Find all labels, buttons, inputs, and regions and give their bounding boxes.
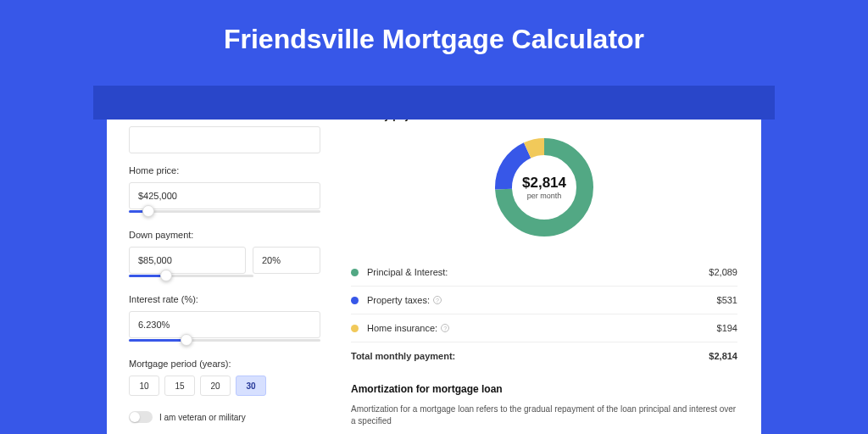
legend-row-total: Total monthly payment: $2,814 [351, 342, 737, 370]
legend-val-insurance: $194 [717, 323, 737, 333]
rate-slider-thumb[interactable] [181, 334, 192, 346]
rate-slider[interactable] [129, 337, 320, 347]
donut-sublabel: per month [527, 192, 562, 200]
period-label: Mortgage period (years): [129, 359, 320, 369]
period-field-group: Mortgage period (years): 10 15 20 30 [129, 359, 320, 396]
donut-amount: $2,814 [522, 175, 566, 192]
price-field-group: Home price: [129, 165, 320, 218]
legend-row-taxes: Property taxes: ? $531 [351, 286, 737, 314]
info-icon[interactable]: ? [441, 324, 449, 332]
rate-input[interactable] [129, 311, 320, 338]
donut-wrap: $2,814 per month [351, 135, 737, 240]
down-pct-input[interactable] [253, 247, 320, 274]
down-slider[interactable] [129, 272, 253, 282]
form-column: Property Zip Code: Home price: Down paym… [107, 86, 339, 434]
legend-row-insurance: Home insurance: ? $194 [351, 314, 737, 342]
amort-title: Amortization for mortgage loan [351, 383, 737, 395]
period-btn-20[interactable]: 20 [200, 376, 231, 396]
dot-insurance [351, 325, 359, 332]
down-field-group: Down payment: [129, 230, 320, 282]
legend-val-total: $2,814 [709, 351, 737, 361]
amort-text: Amortization for a mortgage loan refers … [351, 403, 737, 427]
legend-row-principal: Principal & Interest: $2,089 [351, 259, 737, 286]
legend-label-insurance: Home insurance: ? [367, 323, 717, 333]
legend-label-total: Total monthly payment: [351, 351, 709, 361]
page-title: Friendsville Mortgage Calculator [0, 0, 868, 75]
period-btn-15[interactable]: 15 [164, 376, 195, 396]
info-icon[interactable]: ? [433, 296, 442, 304]
breakdown-column: Monthly payment breakdown: $2,814 per mo… [339, 86, 761, 434]
period-buttons: 10 15 20 30 [129, 376, 320, 396]
price-slider[interactable] [129, 208, 320, 218]
dot-taxes [351, 297, 359, 304]
period-btn-30[interactable]: 30 [236, 376, 266, 396]
price-input[interactable] [129, 182, 320, 209]
legend-val-principal: $2,089 [709, 267, 737, 277]
veteran-label: I am veteran or military [159, 413, 246, 422]
rate-field-group: Interest rate (%): [129, 294, 320, 347]
donut-center: $2,814 per month [492, 135, 597, 240]
legend-label-principal: Principal & Interest: [367, 267, 709, 277]
dot-principal [351, 269, 359, 276]
price-label: Home price: [129, 165, 320, 175]
veteran-toggle[interactable] [129, 411, 153, 423]
down-slider-thumb[interactable] [160, 270, 172, 281]
zip-input[interactable] [129, 126, 320, 153]
period-btn-10[interactable]: 10 [129, 376, 159, 396]
rate-label: Interest rate (%): [129, 294, 320, 304]
donut-chart: $2,814 per month [492, 135, 597, 240]
down-label: Down payment: [129, 230, 320, 240]
legend-val-taxes: $531 [717, 295, 737, 305]
header-shadow [93, 86, 775, 120]
legend-label-taxes: Property taxes: ? [367, 295, 717, 305]
price-slider-thumb[interactable] [142, 205, 154, 217]
veteran-row: I am veteran or military [129, 411, 320, 423]
down-amount-input[interactable] [129, 247, 246, 274]
calculator-card: Property Zip Code: Home price: Down paym… [107, 86, 761, 434]
toggle-knob [130, 412, 140, 422]
